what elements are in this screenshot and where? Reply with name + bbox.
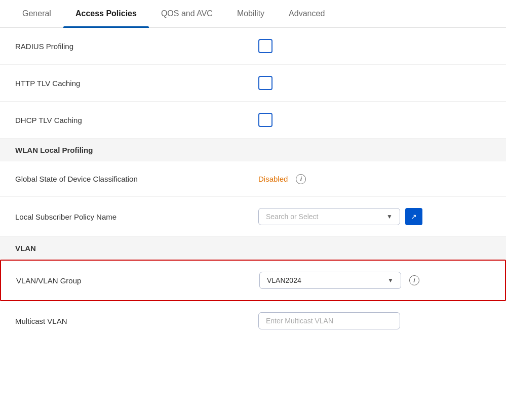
vlan-highlight-container: VLAN/VLAN Group VLAN2024 ▼ i: [0, 260, 506, 301]
dhcp-tlv-caching-row: DHCP TLV Caching: [0, 102, 506, 139]
vlan-group-info-icon[interactable]: i: [409, 275, 419, 285]
local-subscriber-external-link-button[interactable]: ↗: [405, 208, 422, 225]
local-subscriber-row: Local Subscriber Policy Name Search or S…: [0, 197, 506, 237]
http-tlv-caching-control: [258, 76, 491, 90]
multicast-vlan-input[interactable]: Enter Multicast VLAN: [258, 312, 400, 329]
local-subscriber-control: Search or Select ▼ ↗: [258, 208, 491, 225]
tab-mobility[interactable]: Mobility: [225, 0, 277, 27]
http-tlv-caching-row: HTTP TLV Caching: [0, 65, 506, 102]
chevron-down-icon: ▼: [387, 277, 394, 284]
content-area: RADIUS Profiling HTTP TLV Caching DHCP T…: [0, 28, 506, 341]
wlan-section-header: WLAN Local Profiling: [0, 139, 506, 161]
http-tlv-caching-checkbox[interactable]: [258, 76, 273, 90]
vlan-group-dropdown[interactable]: VLAN2024 ▼: [259, 272, 401, 289]
dhcp-tlv-caching-control: [258, 113, 491, 127]
multicast-vlan-label: Multicast VLAN: [15, 317, 258, 325]
external-link-icon: ↗: [411, 213, 417, 221]
tab-access-policies[interactable]: Access Policies: [63, 0, 149, 27]
tab-advanced[interactable]: Advanced: [277, 0, 337, 27]
global-state-row: Global State of Device Classification Di…: [0, 161, 506, 197]
vlan-section-header: VLAN: [0, 237, 506, 260]
local-subscriber-label: Local Subscriber Policy Name: [15, 213, 258, 221]
chevron-down-icon: ▼: [386, 213, 393, 220]
http-tlv-caching-label: HTTP TLV Caching: [15, 79, 258, 88]
dhcp-tlv-caching-label: DHCP TLV Caching: [15, 116, 258, 124]
tab-navigation: General Access Policies QOS and AVC Mobi…: [0, 0, 506, 28]
vlan-group-control: VLAN2024 ▼ i: [259, 272, 490, 289]
radius-profiling-row: RADIUS Profiling: [0, 28, 506, 65]
multicast-vlan-row: Multicast VLAN Enter Multicast VLAN: [0, 301, 506, 341]
global-state-status: Disabled: [258, 175, 288, 183]
multicast-vlan-control: Enter Multicast VLAN: [258, 312, 491, 329]
global-state-control: Disabled i: [258, 174, 491, 184]
dhcp-tlv-caching-checkbox[interactable]: [258, 113, 273, 127]
vlan-group-label: VLAN/VLAN Group: [16, 276, 259, 285]
global-state-info-icon[interactable]: i: [296, 174, 306, 184]
global-state-label: Global State of Device Classification: [15, 175, 258, 183]
multicast-vlan-placeholder: Enter Multicast VLAN: [266, 317, 333, 325]
vlan-group-row: VLAN/VLAN Group VLAN2024 ▼ i: [1, 261, 505, 300]
local-subscriber-dropdown[interactable]: Search or Select ▼: [258, 208, 400, 225]
radius-profiling-label: RADIUS Profiling: [15, 42, 258, 51]
local-subscriber-placeholder: Search or Select: [266, 213, 319, 221]
tab-general[interactable]: General: [10, 0, 63, 27]
vlan-group-value: VLAN2024: [267, 276, 301, 284]
tab-qos-avc[interactable]: QOS and AVC: [149, 0, 225, 27]
radius-profiling-control: [258, 39, 491, 53]
radius-profiling-checkbox[interactable]: [258, 39, 273, 53]
